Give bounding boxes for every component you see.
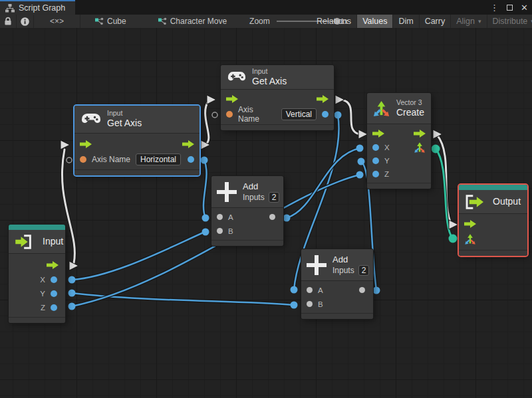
flow-port-triangle [335, 95, 344, 104]
node-header: Vector 3 Create [367, 93, 431, 124]
flow-ports-row[interactable] [221, 92, 334, 106]
wire-endpoint [358, 158, 365, 165]
string-port-dot[interactable] [226, 111, 233, 118]
port-b-row[interactable]: B [301, 297, 373, 311]
flow-port-triangle [433, 130, 442, 139]
inputs-label: Inputs [243, 193, 265, 202]
port-label: Z [384, 170, 389, 178]
axis-name-field[interactable]: Vertical [281, 108, 317, 120]
vector3-icon [372, 100, 390, 118]
flow-arrow-icon [372, 130, 384, 138]
relations-button[interactable]: Relations [311, 15, 357, 28]
lock-button[interactable] [0, 15, 17, 28]
port-b-row[interactable]: B [211, 224, 283, 238]
string-port-dot[interactable] [80, 156, 86, 163]
carry-button[interactable]: Carry [420, 15, 452, 28]
node-input[interactable]: Input X Y Z [9, 225, 65, 323]
zoom-label: Zoom [249, 17, 270, 26]
float-port-dot[interactable] [188, 156, 194, 163]
breadcrumb-cube[interactable]: Cube [88, 15, 133, 28]
node-footer [221, 124, 334, 130]
node-body: A B [211, 208, 283, 240]
axis-name-field[interactable]: Horizontal [136, 153, 181, 165]
float-port-dot[interactable] [372, 144, 379, 151]
node-title: Get Axis [252, 76, 287, 88]
port-label: X [384, 144, 390, 151]
maximize-icon[interactable] [507, 5, 513, 11]
node-body: Axis Name Horizontal [74, 134, 200, 169]
vector3-output-port-icon[interactable] [414, 142, 426, 153]
wire-endpoint [202, 229, 209, 236]
port-y-row[interactable]: Y [367, 154, 431, 167]
port-y-out[interactable]: Y [9, 286, 65, 300]
float-port-dot[interactable] [51, 304, 57, 311]
hierarchy-icon [5, 4, 15, 13]
port-a-row[interactable]: A [301, 283, 373, 297]
node-output[interactable]: Output [459, 185, 527, 256]
io-node-strip [459, 185, 527, 190]
node-header: Output [459, 190, 527, 214]
wire-endpoint [68, 303, 76, 310]
result-port-dot[interactable] [269, 214, 275, 220]
inputs-count-field[interactable]: 2 [358, 265, 370, 276]
dim-button[interactable]: Dim [393, 15, 419, 28]
code-preview-button[interactable]: <×> [34, 15, 80, 28]
float-port-dot[interactable] [51, 276, 57, 283]
node-footer [211, 240, 283, 246]
values-button[interactable]: Values [357, 15, 393, 28]
node-subtitle: Input [252, 67, 287, 76]
breadcrumb-character-move[interactable]: Character Move [152, 15, 233, 28]
node-header: Input [9, 230, 65, 254]
float-port-dot[interactable] [372, 157, 379, 164]
flow-ports-row[interactable] [74, 137, 200, 151]
window-controls: ⋮ ✕ [490, 0, 528, 15]
flow-ports-row[interactable] [367, 126, 431, 141]
node-body: A B [301, 281, 373, 313]
float-port-dot[interactable] [51, 290, 57, 297]
result-port-dot[interactable] [359, 287, 365, 293]
port-a-row[interactable]: A [211, 210, 283, 224]
inspect-button[interactable] [17, 15, 34, 28]
port-label: Axis Name [238, 105, 276, 124]
wire-flow-getaxis-h-to-getaxis-v [205, 100, 209, 144]
value-port-dot[interactable] [307, 301, 313, 307]
graph-node-icon [158, 17, 167, 25]
flow-in-port[interactable] [459, 217, 527, 231]
value-port-dot[interactable] [217, 228, 223, 234]
close-icon[interactable]: ✕ [521, 3, 528, 12]
align-dropdown[interactable]: Align [451, 15, 487, 28]
breadcrumb-label: Character Move [170, 17, 227, 26]
value-port-dot[interactable] [217, 214, 223, 220]
node-add-1[interactable]: Add Inputs 2 A B [211, 176, 283, 246]
node-add-2[interactable]: Add Inputs 2 A B [301, 249, 373, 319]
axis-name-row: Axis Name Horizontal [74, 151, 200, 167]
gamepad-icon [227, 70, 246, 84]
axis-name-row: Axis Name Vertical [221, 106, 334, 122]
port-x-row[interactable]: X [367, 141, 431, 154]
unconnected-port [66, 157, 72, 163]
menu-dots-icon[interactable]: ⋮ [490, 3, 499, 12]
port-x-out[interactable]: X [9, 272, 65, 286]
graph-canvas[interactable]: Input X Y Z [0, 28, 532, 398]
node-get-axis-vertical[interactable]: Input Get Axis Axis Name Vertical [221, 65, 334, 130]
distribute-dropdown[interactable]: Distribute [487, 15, 532, 28]
plus-icon [217, 182, 237, 202]
inputs-count-field[interactable]: 2 [269, 192, 280, 203]
tab-script-graph[interactable]: Script Graph [0, 0, 75, 15]
port-label: Axis Name [92, 155, 130, 164]
unity-script-graph-window: Script Graph ⋮ ✕ <×> [0, 0, 532, 398]
port-z-out[interactable]: Z [9, 300, 65, 314]
vector-in-port[interactable] [459, 231, 527, 247]
port-z-row[interactable]: Z [367, 167, 431, 181]
flow-port-triangle [207, 95, 216, 104]
flow-port-triangle [201, 140, 210, 149]
node-get-axis-horizontal[interactable]: Input Get Axis Axis Name Horizontal [74, 106, 200, 175]
flow-out-port[interactable] [9, 258, 65, 272]
float-port-dot[interactable] [322, 111, 329, 118]
wire-endpoint [68, 276, 76, 284]
float-port-dot[interactable] [372, 171, 379, 177]
node-vector3-create[interactable]: Vector 3 Create X [367, 93, 431, 189]
value-port-dot[interactable] [307, 287, 313, 293]
lock-icon [4, 17, 12, 26]
flow-port-triangle [449, 220, 458, 229]
